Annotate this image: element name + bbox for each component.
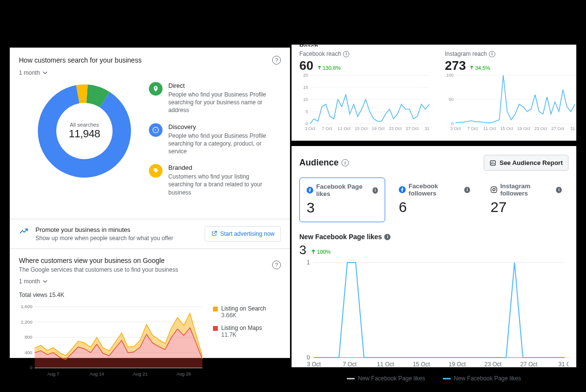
info-icon[interactable]: i xyxy=(342,159,349,166)
svg-text:400: 400 xyxy=(25,349,33,355)
card-value: 27 xyxy=(490,199,562,215)
arrow-up-icon xyxy=(317,65,322,70)
svg-text:1: 1 xyxy=(307,259,310,266)
svg-text:100: 100 xyxy=(446,73,454,78)
report-icon xyxy=(489,160,496,166)
info-icon[interactable]: i xyxy=(343,51,349,57)
tag-icon xyxy=(149,164,163,178)
promo-banner: Promote your business in minutes Show up… xyxy=(10,219,290,248)
legend-grey: New Facebook Page likes xyxy=(347,375,425,382)
facebook-icon xyxy=(307,186,313,194)
svg-text:0: 0 xyxy=(30,365,32,370)
see-audience-report-button[interactable]: See Audience Report xyxy=(484,155,569,171)
svg-text:20: 20 xyxy=(303,73,308,78)
svg-text:15 Oct: 15 Oct xyxy=(413,361,430,368)
svg-text:11 Oct: 11 Oct xyxy=(377,361,394,368)
svg-text:0: 0 xyxy=(307,354,310,361)
search-title: How customers search for your business xyxy=(19,56,142,64)
facebook-icon xyxy=(399,186,406,194)
card-fb-page-likes[interactable]: Facebook Page likesi 3 xyxy=(299,178,385,222)
card-value: 3 xyxy=(307,199,378,216)
svg-text:11 Oct: 11 Oct xyxy=(338,126,351,131)
period-dropdown-views[interactable]: 1 month xyxy=(19,278,281,285)
search-section: How customers search for your business ?… xyxy=(10,48,290,219)
area-legend: Listing on Search3.66K Listing on Maps11… xyxy=(213,302,281,380)
info-icon[interactable]: i xyxy=(373,187,378,194)
audience-chart: 013 Oct7 Oct11 Oct15 Oct19 Oct23 Oct27 O… xyxy=(299,258,569,369)
ig-reach-value: 273 xyxy=(445,58,466,73)
svg-text:31 O: 31 O xyxy=(558,361,569,368)
info-icon[interactable]: i xyxy=(489,51,495,57)
views-title: Where customers view your business on Go… xyxy=(19,257,178,264)
reach-panel: Reach Facebook reachi 60 130.8% 05101520… xyxy=(292,45,576,141)
chevron-down-icon xyxy=(43,279,48,284)
fb-reach-label: Facebook reach xyxy=(299,50,341,57)
info-icon[interactable]: i xyxy=(384,234,391,240)
open-new-icon xyxy=(211,230,217,237)
svg-text:23 Oct: 23 Oct xyxy=(389,126,402,131)
fb-reach-value: 60 xyxy=(299,58,313,73)
views-sub: The Google services that customers use t… xyxy=(19,266,178,273)
legend-maps: Listing on Maps11.7K xyxy=(213,325,281,338)
views-area-chart: 04008001,2001,600Aug 7Aug 14Aug 21Aug 28 xyxy=(19,302,204,380)
legend-branded: BrandedCustomers who find your listing s… xyxy=(149,164,281,196)
pin-icon xyxy=(149,82,163,96)
compass-icon xyxy=(149,123,163,137)
svg-point-52 xyxy=(495,188,496,189)
svg-text:15: 15 xyxy=(303,85,308,90)
aud-sub-delta: 100% xyxy=(311,249,330,255)
fb-reach-delta: 130.8% xyxy=(317,65,341,71)
period-dropdown[interactable]: 1 month xyxy=(19,69,281,76)
svg-text:5: 5 xyxy=(306,109,308,114)
help-icon[interactable]: ? xyxy=(272,56,281,65)
ig-reach-label: Instagram reach xyxy=(445,50,487,57)
svg-point-51 xyxy=(493,189,495,191)
google-insights-panel: How customers search for your business ?… xyxy=(10,48,290,358)
ig-reach-delta: 34.5% xyxy=(470,65,490,71)
svg-text:11 Oct: 11 Oct xyxy=(483,126,496,131)
svg-text:0: 0 xyxy=(451,121,454,126)
svg-text:Aug 14: Aug 14 xyxy=(89,371,104,376)
info-icon[interactable]: i xyxy=(556,187,562,193)
svg-text:50: 50 xyxy=(449,97,454,102)
chevron-down-icon xyxy=(43,70,48,75)
legend-search: Listing on Search3.66K xyxy=(213,305,281,319)
promo-title: Promote your business in minutes xyxy=(35,226,173,233)
audience-title: Audience i xyxy=(299,158,349,168)
fb-reach-chart: 051015203 Oct7 Oct11 Oct15 Oct19 Oct23 O… xyxy=(299,73,430,131)
svg-text:0: 0 xyxy=(306,121,308,126)
svg-text:800: 800 xyxy=(25,334,33,340)
svg-text:3 Oct: 3 Oct xyxy=(305,126,315,131)
svg-text:19 Oct: 19 Oct xyxy=(372,126,385,131)
svg-text:3 Oct: 3 Oct xyxy=(307,361,321,368)
svg-text:23 Oct: 23 Oct xyxy=(485,361,502,368)
arrow-up-icon xyxy=(311,249,316,254)
instagram-reach-col: Instagram reachi 273 34.5% 0501003 Oct7 … xyxy=(445,50,576,133)
reach-title: Reach xyxy=(299,43,569,47)
period-label: 1 month xyxy=(19,278,40,285)
facebook-reach-col: Facebook reachi 60 130.8% 051015203 Oct7… xyxy=(299,50,430,133)
views-section: Where customers view your business on Go… xyxy=(10,248,290,386)
aud-sub-label: New Facebook Page likesi xyxy=(299,233,569,241)
svg-text:7 Oct: 7 Oct xyxy=(322,126,332,131)
audience-panel: Audience i See Audience Report Facebook … xyxy=(292,146,576,367)
svg-text:19 Oct: 19 Oct xyxy=(449,361,466,368)
svg-text:7 Oct: 7 Oct xyxy=(343,361,357,368)
donut-chart: All searches 11,948 xyxy=(33,80,135,182)
instagram-icon xyxy=(490,186,497,194)
period-label: 1 month xyxy=(19,69,40,76)
help-icon[interactable]: ? xyxy=(272,261,281,269)
svg-text:Aug 28: Aug 28 xyxy=(177,371,191,376)
svg-text:Aug 7: Aug 7 xyxy=(47,371,59,376)
card-ig-followers[interactable]: Instagram followersi 27 xyxy=(484,178,569,222)
card-fb-followers[interactable]: Facebook followersi 6 xyxy=(392,178,477,222)
svg-text:27 Oct: 27 Oct xyxy=(520,361,537,368)
svg-rect-50 xyxy=(491,187,497,193)
legend-discovery: DiscoveryPeople who find your Business P… xyxy=(149,123,281,156)
start-advertising-button[interactable]: Start advertising now xyxy=(205,226,281,242)
donut-center-label: All searches xyxy=(70,122,99,128)
arrow-up-icon xyxy=(470,65,474,70)
svg-text:Aug 21: Aug 21 xyxy=(133,371,147,376)
info-icon[interactable]: i xyxy=(464,187,470,193)
svg-text:15 Oct: 15 Oct xyxy=(355,126,368,131)
